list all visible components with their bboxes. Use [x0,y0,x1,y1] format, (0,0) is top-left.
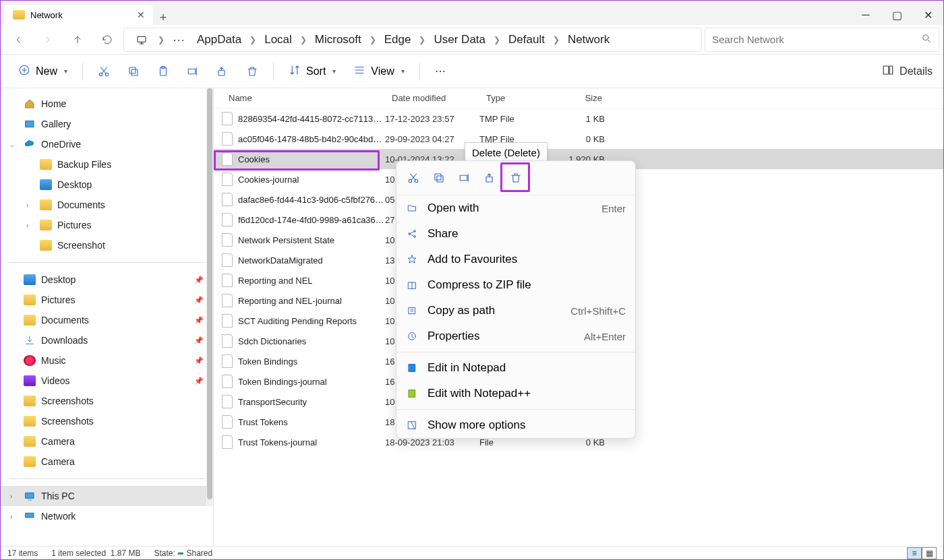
file-icon [222,415,233,429]
details-pane-button[interactable]: Details [882,64,933,79]
status-state: Shared [187,549,213,558]
sidebar-item-thispc[interactable]: ›This PC [1,486,213,506]
file-row[interactable]: 82869354-42fd-4415-8072-cc71137bca6f...1… [214,108,943,129]
ctx-rename-button[interactable] [452,165,477,191]
sidebar-item-videos[interactable]: Videos📌 [1,371,213,391]
sidebar-item-onedrive[interactable]: ⌵OneDrive [1,134,213,154]
sidebar-item-screenshots-1[interactable]: Screenshots [1,391,213,411]
sidebar-item-od-screenshot[interactable]: Screenshot [1,235,213,255]
sidebar-item-downloads[interactable]: Downloads📌 [1,330,213,350]
svg-rect-6 [129,67,136,73]
ctx-item-compress-to-zip-file[interactable]: Compress to ZIP file [396,272,635,298]
sidebar-item-od-documents[interactable]: ›Documents [1,195,213,215]
svg-rect-0 [138,36,146,42]
crumb-4[interactable]: User Data [430,32,490,48]
sidebar-item-network[interactable]: ›Network [1,506,213,526]
ctx-item-add-to-favourites[interactable]: Add to Favourites [396,247,635,272]
file-name: Token Bindings-journal [238,377,385,387]
view-button[interactable]: View ▾ [347,60,411,83]
search-box[interactable] [705,28,939,52]
npp-icon [406,388,418,399]
file-name: ac05f046-1478-48b5-b4b2-90c4bdaa186... [238,134,385,144]
new-button[interactable]: New ▾ [11,60,74,83]
ctx-item-share[interactable]: Share [396,221,635,247]
file-size: 1 KB [556,114,614,124]
sidebar-item-camera-1[interactable]: Camera [1,431,213,452]
view-label: View [371,65,394,77]
crumb-6[interactable]: Network [564,32,614,48]
sort-button[interactable]: Sort ▾ [282,60,343,83]
ctx-item-open-with[interactable]: Open withEnter [396,195,635,221]
file-name: f6d120cd-174e-4fd0-9989-a61ca367cce1... [238,215,385,225]
ctx-item-properties[interactable]: PropertiesAlt+Enter [396,323,635,349]
minimize-button[interactable]: ─ [850,5,881,25]
view-icon [353,64,365,79]
file-icon [222,173,233,186]
sidebar-item-od-pictures[interactable]: ›Pictures [1,215,213,235]
desktop-icon [40,179,52,190]
rename-button[interactable] [180,59,206,84]
svg-rect-13 [26,121,34,127]
ctx-delete-button[interactable] [503,165,529,191]
cut-button[interactable] [91,59,117,84]
view-thumbnails-toggle[interactable]: ▦ [922,547,937,559]
sidebar-item-backup-files[interactable]: Backup Files [1,154,213,175]
back-button[interactable] [5,28,32,52]
tab-close-button[interactable]: ✕ [137,9,145,20]
column-date[interactable]: Date modified [382,88,477,108]
more-button[interactable]: ⋯ [428,59,454,84]
sidebar-item-camera-2[interactable]: Camera [1,452,213,472]
ctx-copy-button[interactable] [426,165,452,191]
ctx-item-edit-with-notepad++[interactable]: Edit with Notepad++ [396,381,635,406]
breadcrumb[interactable]: ❯ ⋯ AppData❯ Local❯ Microsoft❯ Edge❯ Use… [123,28,702,52]
file-row[interactable]: ac05f046-1478-48b5-b4b2-90c4bdaa186...29… [214,129,943,149]
file-icon [222,274,233,287]
share-button[interactable] [210,59,235,84]
maximize-button[interactable]: ▢ [881,5,912,25]
breadcrumb-overflow[interactable]: ⋯ [169,32,189,47]
ctx-share-button[interactable] [477,165,503,191]
sidebar-item-gallery[interactable]: Gallery [1,114,213,134]
sidebar-item-pictures[interactable]: Pictures📌 [1,290,213,310]
refresh-button[interactable] [94,28,121,52]
file-name: TransportSecurity [238,397,385,407]
ctx-cut-button[interactable] [401,165,426,191]
crumb-0[interactable]: AppData [193,32,245,48]
status-item-count: 17 items [7,549,38,558]
crumb-1[interactable]: Local [260,32,296,48]
sidebar-item-home[interactable]: Home [1,94,213,114]
forward-button[interactable] [34,28,61,52]
ctx-item-show-more-options[interactable]: Show more options [396,412,635,438]
crumb-5[interactable]: Default [504,32,549,48]
column-name[interactable]: Name [214,88,382,108]
column-type[interactable]: Type [477,88,554,108]
delete-button[interactable] [239,59,265,84]
star-icon [406,254,418,265]
scrollbar[interactable] [206,88,213,506]
file-icon [222,435,233,449]
sidebar-item-screenshots-2[interactable]: Screenshots [1,411,213,431]
up-button[interactable] [64,28,91,52]
file-icon [222,395,233,408]
search-icon [921,33,932,46]
copy-button[interactable] [121,59,146,84]
ctx-item-edit-in-notepad[interactable]: Edit in Notepad [396,355,635,381]
svg-rect-12 [889,66,893,74]
paste-button[interactable] [150,59,176,84]
column-size[interactable]: Size [554,88,612,108]
new-tab-button[interactable]: + [153,11,173,25]
file-name: Trust Tokens [238,417,385,427]
crumb-3[interactable]: Edge [380,32,415,48]
sidebar-item-desktop[interactable]: Desktop📌 [1,270,213,290]
svg-rect-26 [409,307,415,313]
tab-network[interactable]: Network ✕ [5,5,153,25]
view-details-toggle[interactable]: ≡ [907,547,922,559]
sidebar-item-documents[interactable]: Documents📌 [1,310,213,330]
close-window-button[interactable]: ✕ [912,5,943,25]
ctx-item-copy-as-path[interactable]: Copy as pathCtrl+Shift+C [396,298,635,323]
sidebar-item-od-desktop[interactable]: Desktop [1,175,213,195]
sidebar-item-music[interactable]: Music📌 [1,350,213,371]
crumb-2[interactable]: Microsoft [311,32,365,48]
svg-rect-11 [883,66,889,74]
search-input[interactable] [712,34,921,45]
